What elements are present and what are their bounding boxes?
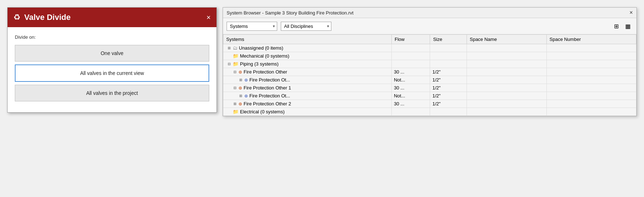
system-browser-toolbar: Systems Zones Spaces All Disciplines Mec… <box>223 18 636 34</box>
valve-divide-dialog: ♻ Valve Divide × Divide on: One valve Al… <box>7 7 217 113</box>
expand-icon[interactable]: ⊞ <box>233 102 237 106</box>
expand-icon[interactable]: ⊟ <box>233 70 237 74</box>
col-flow: Flow <box>391 35 430 44</box>
row-label-cell: ⊞ ⊛ Fire Protection Other 2 <box>223 100 392 108</box>
row-label: Unassigned (0 items) <box>239 45 283 51</box>
table-row[interactable]: ⊞ ⊕ Fire Protection Ot... Not... 1/2" <box>223 76 636 84</box>
table-header: Systems Flow Size Space Name Space Numbe… <box>223 35 636 44</box>
row-label: Mechanical (0 systems) <box>240 53 289 59</box>
expand-icon[interactable] <box>227 110 231 114</box>
system-browser-close-button[interactable]: × <box>630 10 633 16</box>
row-size <box>430 44 467 52</box>
expand-all-icon: ⊞ <box>614 23 619 30</box>
row-flow <box>391 44 430 52</box>
table-row[interactable]: 📁 Electrical (0 systems) <box>223 108 636 116</box>
table-row[interactable]: ⊞ ⊕ Fire Protection Ot... Not... 1/2" <box>223 92 636 100</box>
system-browser: System Browser - Sample 3 Story Building… <box>223 7 637 116</box>
expand-icon[interactable]: ⊟ <box>233 86 237 90</box>
row-size: 1/2" <box>430 76 467 84</box>
table-row[interactable]: 📁 Mechanical (0 systems) <box>223 52 636 60</box>
row-label-cell: 📁 Mechanical (0 systems) <box>223 52 392 60</box>
table-row[interactable]: ⊟ ⊛ Fire Protection Other 30 ... 1/2" <box>223 68 636 76</box>
valve-dialog-header: ♻ Valve Divide × <box>8 8 216 27</box>
system-browser-titlebar: System Browser - Sample 3 Story Building… <box>223 8 636 18</box>
row-flow: Not... <box>391 76 430 84</box>
row-label: Fire Protection Other 2 <box>244 101 291 106</box>
expand-icon[interactable]: ⊞ <box>239 78 243 82</box>
expand-icon[interactable]: ⊞ <box>239 94 243 98</box>
row-size: 1/2" <box>430 92 467 100</box>
expand-icon[interactable]: ⊟ <box>227 62 231 66</box>
row-space-name <box>467 60 546 68</box>
systems-dropdown[interactable]: Systems Zones Spaces <box>227 22 277 31</box>
col-size: Size <box>430 35 467 44</box>
all-valves-project-button[interactable]: All valves in the project <box>15 85 209 101</box>
one-valve-button[interactable]: One valve <box>15 45 209 62</box>
col-space-name: Space Name <box>467 35 546 44</box>
valve-dialog-title-area: ♻ Valve Divide <box>13 13 70 22</box>
disciplines-dropdown[interactable]: All Disciplines Mechanical Electrical Pi… <box>281 22 331 31</box>
system-icon: ⊛ <box>239 85 242 91</box>
row-size <box>430 60 467 68</box>
table-header-row: Systems Flow Size Space Name Space Numbe… <box>223 35 636 44</box>
expand-all-button[interactable]: ⊞ <box>611 21 621 31</box>
folder-icon: 📁 <box>233 53 239 59</box>
table-body: ⊞ 🗂 Unassigned (0 items) 📁 Mechanical ( <box>223 44 636 116</box>
row-space-number <box>546 52 636 60</box>
row-label-cell: 📁 Electrical (0 systems) <box>223 108 392 116</box>
row-label: Fire Protection Ot... <box>249 77 290 83</box>
table-row[interactable]: ⊟ 📁 Piping (3 systems) <box>223 60 636 68</box>
valve-icon: ♻ <box>13 13 21 22</box>
all-valves-view-button[interactable]: All valves in the current view <box>15 64 209 82</box>
columns-settings-button[interactable]: ▦ <box>623 21 633 31</box>
row-space-name <box>467 44 546 52</box>
row-space-name <box>467 68 546 76</box>
row-space-name <box>467 100 546 108</box>
toolbar-icons: ⊞ ▦ <box>611 21 633 31</box>
table-row[interactable]: ⊞ ⊛ Fire Protection Other 2 30 ... 1/2" <box>223 100 636 108</box>
row-space-number <box>546 44 636 52</box>
row-space-number <box>546 84 636 92</box>
row-flow <box>391 60 430 68</box>
row-size <box>430 52 467 60</box>
row-size: 1/2" <box>430 84 467 92</box>
system-icon: ⊛ <box>239 101 242 106</box>
valve-dialog-title: Valve Divide <box>24 13 70 22</box>
table-row[interactable]: ⊞ 🗂 Unassigned (0 items) <box>223 44 636 52</box>
divide-on-label: Divide on: <box>15 34 209 40</box>
row-label: Fire Protection Other 1 <box>244 85 291 91</box>
row-label: Piping (3 systems) <box>240 61 279 67</box>
row-space-number <box>546 60 636 68</box>
row-flow: 30 ... <box>391 68 430 76</box>
row-space-name <box>467 108 546 116</box>
row-flow <box>391 108 430 116</box>
system-icon: ⊛ <box>239 70 242 75</box>
row-size: 1/2" <box>430 100 467 108</box>
row-space-number <box>546 92 636 100</box>
row-label-cell: ⊟ 📁 Piping (3 systems) <box>223 60 392 68</box>
columns-icon: ▦ <box>625 23 631 30</box>
row-size <box>430 108 467 116</box>
question-folder-icon: 🗂 <box>233 45 237 51</box>
row-space-name <box>467 52 546 60</box>
row-label-cell: ⊟ ⊛ Fire Protection Other 1 <box>223 84 392 92</box>
row-flow: Not... <box>391 92 430 100</box>
disciplines-dropdown-wrap: All Disciplines Mechanical Electrical Pi… <box>281 22 331 31</box>
expand-icon[interactable] <box>227 54 231 58</box>
row-space-name <box>467 84 546 92</box>
row-space-number <box>546 68 636 76</box>
subsystem-icon: ⊕ <box>244 77 248 83</box>
col-space-number: Space Number <box>546 35 636 44</box>
row-flow <box>391 52 430 60</box>
col-systems: Systems <box>223 35 392 44</box>
valve-dialog-close-button[interactable]: × <box>206 14 211 21</box>
systems-dropdown-wrap: Systems Zones Spaces <box>227 22 277 31</box>
valve-dialog-body: Divide on: One valve All valves in the c… <box>8 27 216 112</box>
row-space-name <box>467 92 546 100</box>
row-space-number <box>546 108 636 116</box>
table-row[interactable]: ⊟ ⊛ Fire Protection Other 1 30 ... 1/2" <box>223 84 636 92</box>
row-size: 1/2" <box>430 68 467 76</box>
row-flow: 30 ... <box>391 100 430 108</box>
folder-icon: 📁 <box>233 61 239 67</box>
expand-icon[interactable]: ⊞ <box>227 46 231 50</box>
